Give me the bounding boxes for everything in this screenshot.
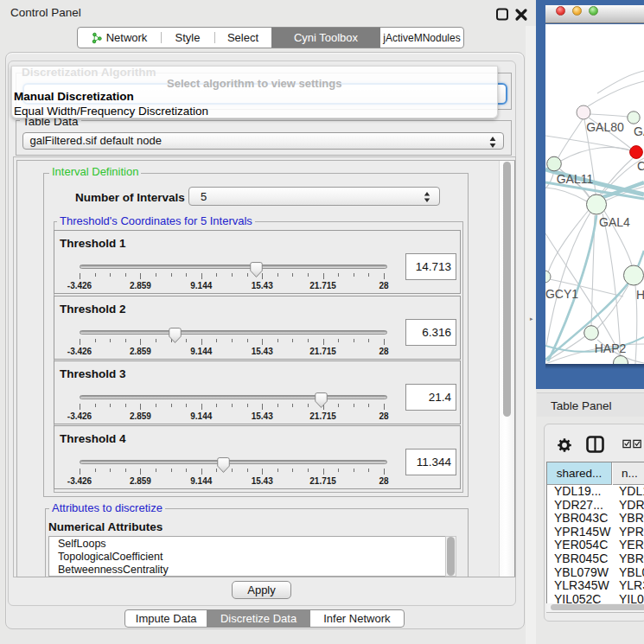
- svg-text:GA: GA: [634, 124, 644, 138]
- svg-text:GAL11: GAL11: [557, 172, 594, 186]
- svg-text:GCY1: GCY1: [545, 287, 578, 301]
- svg-text:C: C: [637, 159, 644, 173]
- svg-text:HAP2: HAP2: [595, 341, 627, 355]
- svg-text:GAL80: GAL80: [586, 120, 624, 134]
- svg-text:H: H: [636, 288, 644, 302]
- svg-text:GAL4: GAL4: [599, 215, 630, 229]
